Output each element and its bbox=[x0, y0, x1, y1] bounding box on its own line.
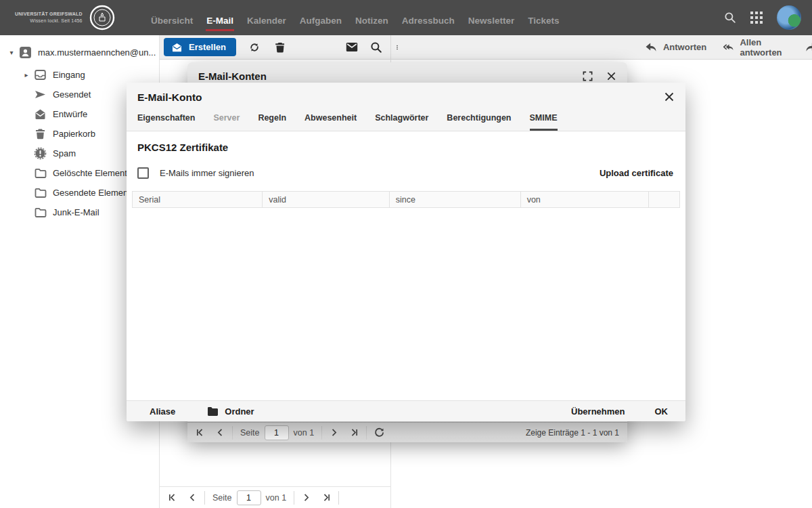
column-header-serial[interactable]: Serial bbox=[133, 192, 263, 207]
mark-read-envelope-icon[interactable] bbox=[346, 42, 358, 52]
tab-schlagwoerter[interactable]: Schlagwörter bbox=[375, 113, 428, 131]
folder-label: Eingang bbox=[53, 70, 85, 80]
university-logo: UNIVERSITÄT GREIFSWALD Wissen lockt. Sei… bbox=[0, 4, 150, 31]
nav-tab-aufgaben[interactable]: Aufgaben bbox=[299, 5, 342, 31]
folders-button[interactable]: Ordner bbox=[207, 406, 254, 417]
close-icon[interactable] bbox=[664, 91, 675, 102]
logo-line2: Wissen lockt. Seit 1456 bbox=[15, 18, 83, 25]
first-page-icon[interactable] bbox=[196, 428, 204, 437]
tab-server[interactable]: Server bbox=[213, 113, 240, 131]
column-header-since[interactable]: since bbox=[390, 192, 521, 207]
nav-tab-kalender[interactable]: Kalender bbox=[246, 5, 287, 31]
tab-regeln[interactable]: Regeln bbox=[258, 113, 286, 131]
folder-label: Spam bbox=[53, 148, 76, 158]
column-header-von[interactable]: von bbox=[521, 192, 649, 207]
account-label: max.mustermaennchen@un... bbox=[38, 47, 156, 58]
tab-eigenschaften[interactable]: Eigenschaften bbox=[137, 113, 195, 131]
last-page-icon[interactable] bbox=[350, 428, 359, 437]
last-page-icon[interactable] bbox=[322, 493, 331, 502]
folder-label: Gesendete Elemente bbox=[53, 188, 135, 198]
reply-button[interactable]: Antworten bbox=[645, 42, 706, 53]
nav-tab-tickets[interactable]: Tickets bbox=[527, 5, 560, 31]
close-icon[interactable] bbox=[606, 71, 616, 81]
caret-down-icon[interactable]: ▾ bbox=[7, 49, 16, 56]
trash-icon bbox=[34, 127, 47, 140]
page-of-label: von 1 bbox=[294, 428, 315, 438]
column-header-valid[interactable]: valid bbox=[263, 192, 389, 207]
account-settings-tabs: Eigenschaften Server Regeln Abwesenheit … bbox=[137, 113, 675, 131]
next-page-icon[interactable] bbox=[302, 493, 311, 502]
send-icon bbox=[34, 88, 47, 101]
refresh-icon[interactable] bbox=[248, 41, 261, 54]
inbox-icon bbox=[34, 68, 47, 81]
tab-smime[interactable]: SMIME bbox=[530, 113, 558, 131]
first-page-icon[interactable] bbox=[168, 493, 177, 502]
maximize-icon[interactable] bbox=[583, 71, 593, 81]
user-avatar[interactable] bbox=[777, 5, 801, 30]
search-mail-icon[interactable] bbox=[370, 41, 382, 54]
apply-button[interactable]: Übernehmen bbox=[571, 406, 625, 417]
sign-always-label: E-Mails immer signieren bbox=[160, 168, 254, 178]
tab-abwesenheit[interactable]: Abwesenheit bbox=[304, 113, 357, 131]
folder-label: Entwürfe bbox=[53, 109, 87, 119]
aliases-button[interactable]: Aliase bbox=[150, 406, 175, 417]
sign-option-row: E-Mails immer signieren Upload certifica… bbox=[127, 161, 685, 191]
spam-icon bbox=[34, 147, 47, 160]
prev-page-icon[interactable] bbox=[188, 493, 197, 502]
folders-label: Ordner bbox=[225, 406, 254, 417]
folder-icon bbox=[34, 206, 47, 219]
trash-icon[interactable] bbox=[274, 41, 286, 54]
topbar: UNIVERSITÄT GREIFSWALD Wissen lockt. Sei… bbox=[0, 0, 812, 35]
compose-button[interactable]: Erstellen bbox=[164, 38, 236, 56]
column-header-actions bbox=[649, 192, 679, 207]
caret-right-icon[interactable]: ▸ bbox=[22, 71, 31, 79]
dialog-title: E-Mail-Konten bbox=[198, 70, 267, 82]
forward-icon bbox=[805, 42, 812, 53]
page-label: Seite bbox=[212, 493, 232, 503]
main-nav: Übersicht E-Mail Kalender Aufgaben Notiz… bbox=[150, 0, 560, 35]
forward-button[interactable]: Weiterleiten bbox=[805, 42, 812, 53]
envelope-icon bbox=[171, 43, 183, 52]
folder-label: Gelöschte Elemente bbox=[53, 168, 132, 178]
mail-list-pagination: Seite von 1 bbox=[160, 486, 390, 508]
folder-label: Junk-E-Mail bbox=[53, 207, 99, 217]
tab-berechtigungen[interactable]: Berechtigungen bbox=[447, 113, 511, 131]
folder-icon bbox=[34, 167, 47, 179]
nav-tab-email[interactable]: E-Mail bbox=[206, 5, 234, 31]
page-number-input[interactable] bbox=[265, 425, 289, 440]
nav-tab-uebersicht[interactable]: Übersicht bbox=[150, 5, 194, 31]
app-grid-icon[interactable] bbox=[750, 12, 763, 24]
upload-certificate-button[interactable]: Upload certificate bbox=[598, 165, 675, 181]
logo-line1: UNIVERSITÄT GREIFSWALD bbox=[15, 11, 83, 18]
reply-all-label: Allen antworten bbox=[740, 37, 786, 58]
sidebar-account[interactable]: ▾ max.mustermaennchen@un... bbox=[0, 43, 159, 61]
email-account-modal: E-Mail-Konto Eigenschaften Server Regeln… bbox=[127, 83, 685, 421]
sign-always-checkbox[interactable] bbox=[137, 167, 149, 179]
refresh-icon[interactable] bbox=[374, 427, 384, 438]
nav-tab-newsletter[interactable]: Newsletter bbox=[468, 5, 515, 31]
reply-all-button[interactable]: Allen antworten bbox=[723, 37, 786, 58]
more-options-icon[interactable] bbox=[394, 41, 400, 54]
page-number-input[interactable] bbox=[237, 490, 261, 505]
smime-tab-panel: PKCS12 Zertifikate E-Mails immer signier… bbox=[127, 131, 685, 400]
page-label: Seite bbox=[240, 428, 260, 438]
nav-tab-adressbuch[interactable]: Adressbuch bbox=[401, 5, 455, 31]
folder-icon bbox=[34, 186, 47, 199]
prev-page-icon[interactable] bbox=[216, 428, 225, 437]
reply-icon bbox=[645, 42, 658, 53]
nav-tab-notizen[interactable]: Notizen bbox=[355, 5, 389, 31]
certificate-table-header: Serial valid since von bbox=[132, 191, 680, 208]
folder-label: Papierkorb bbox=[53, 129, 95, 139]
search-icon[interactable] bbox=[724, 12, 736, 24]
sidebar-item-eingang[interactable]: ▸ Eingang bbox=[0, 65, 159, 85]
compose-label: Erstellen bbox=[189, 42, 226, 52]
next-page-icon[interactable] bbox=[330, 428, 338, 437]
pagination-status: Zeige Einträge 1 - 1 von 1 bbox=[526, 428, 619, 438]
folder-icon bbox=[207, 406, 219, 417]
ok-button[interactable]: OK bbox=[655, 406, 669, 417]
page-of-label: von 1 bbox=[266, 493, 287, 503]
modal-footer: Aliase Ordner Übernehmen OK bbox=[127, 400, 685, 421]
mail-toolbar: Erstellen Antworten bbox=[160, 35, 812, 60]
email-account-modal-header: E-Mail-Konto Eigenschaften Server Regeln… bbox=[127, 83, 685, 131]
folder-label: Gesendet bbox=[53, 89, 91, 100]
